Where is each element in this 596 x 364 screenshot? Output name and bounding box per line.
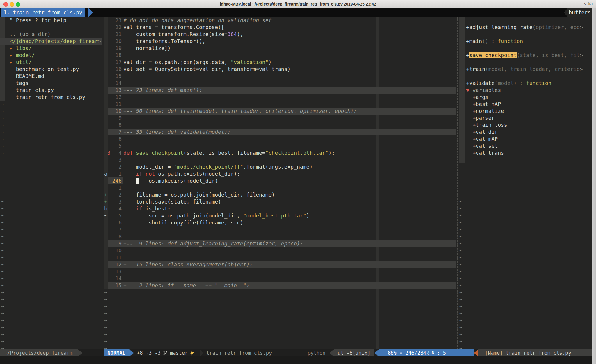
nerdtree-item[interactable]: README.md <box>10 73 44 80</box>
code-line[interactable]: if is_best: <box>123 205 171 212</box>
tagbar-item[interactable]: +normalize <box>466 108 504 115</box>
tagbar-item[interactable]: +main() : function <box>466 38 523 45</box>
tagbar-item[interactable]: +val_set <box>466 142 498 149</box>
code-line[interactable]: # do not do data augmentation on validat… <box>123 17 272 24</box>
git-branch-name: master <box>170 349 188 356</box>
code-token: if <box>136 206 142 212</box>
window-separator <box>102 17 102 349</box>
fold-text[interactable]: +-- 2 lines: if __name__ == "__main__": <box>123 282 249 289</box>
airline-statusline: ~/Projects/deep_firearm NORMAL +8 ~3 -3 … <box>0 349 596 356</box>
tilde-marker: ~ <box>1 129 4 135</box>
code-line[interactable]: transforms.ToTensor(), <box>123 38 205 45</box>
tilde-marker: ~ <box>459 220 462 226</box>
buffers-arrow-separator <box>564 8 568 17</box>
tilde-marker: ~ <box>1 268 4 274</box>
tilde-marker: ~ <box>104 296 107 302</box>
code-line[interactable]: val_trans = transforms.Compose([ <box>123 24 224 31</box>
nerdtree-item[interactable]: train_cls.py <box>10 87 54 94</box>
nerdtree-item[interactable]: train_retr_from_cls.py <box>10 94 85 101</box>
code-token: val_dir = os.path.join(args.data, <box>123 59 230 65</box>
tagbar-token: function <box>526 80 551 86</box>
tilde-marker: ~ <box>1 310 4 316</box>
statusline-mode: NORMAL <box>104 349 129 356</box>
code-line[interactable]: model_dir = "model/check_point/{}".forma… <box>123 163 313 170</box>
empty-line-tilde: ~ <box>1 163 4 170</box>
code-line[interactable]: val_set = QuerySet(root=val_dir, transfo… <box>123 66 290 73</box>
powerline-separator <box>200 349 204 356</box>
empty-line-tilde: ~ <box>104 310 107 317</box>
powerline-separator-orange <box>474 349 478 356</box>
code-line[interactable]: val_dir = os.path.join(args.data, "valid… <box>123 59 272 66</box>
fold-text[interactable]: +-- 9 lines: def adjust_learning_rate(op… <box>123 240 303 247</box>
fold-text[interactable]: +-- 73 lines: def main(): <box>123 87 202 94</box>
code-line[interactable]: torch.save(state, filename) <box>123 198 221 205</box>
tagbar-item[interactable]: +train_loss <box>466 122 507 129</box>
terminal-window: jdhao-MBP.local ~/Projects/deep_firearm/… <box>0 0 596 364</box>
truncation-marker: > <box>98 38 101 45</box>
nerdtree-item[interactable]: ▸ model/ <box>10 52 35 59</box>
tilde-marker: ~ <box>1 226 4 233</box>
lightning-icon <box>190 351 194 356</box>
tilde-marker: ~ <box>459 164 462 170</box>
fold-text[interactable]: +-- 15 lines: class AverageMeter(object)… <box>123 261 253 268</box>
code-line[interactable]: def save_checkpoint(state, is_best, file… <box>123 149 335 156</box>
tagbar-token: function <box>498 38 523 44</box>
code-token <box>133 150 136 156</box>
line-glyph: ℓ <box>427 349 429 356</box>
powerline-separator <box>129 349 134 356</box>
empty-line-tilde: ~ <box>459 261 462 268</box>
tagbar-item[interactable]: +validate(model) : function <box>466 80 551 87</box>
tagbar-item[interactable]: +args <box>466 94 488 101</box>
tilde-marker: ~ <box>1 164 4 170</box>
empty-line-tilde: ~ <box>459 198 462 205</box>
code-line[interactable]: normalize]) <box>123 45 171 52</box>
code-token: not <box>146 171 155 177</box>
tilde-marker: ~ <box>1 220 4 226</box>
fold-text[interactable]: +-- 35 lines: def validate(model): <box>123 129 230 135</box>
code-line[interactable]: src = os.path.join(model_dir, "model_bes… <box>123 212 309 219</box>
nerdtree-dir-label: util/ <box>16 59 32 65</box>
code-line[interactable]: filename = os.path.join(model_dir, filen… <box>123 191 275 198</box>
tagbar-item[interactable]: +best_mAP <box>466 101 501 108</box>
nerdtree-item[interactable]: ▸ libs/ <box>10 45 32 52</box>
tagbar-item[interactable]: +val_mAP <box>466 135 498 142</box>
tagbar-item[interactable]: +val_dir <box>466 129 498 135</box>
tilde-marker: ~ <box>104 303 107 309</box>
tagbar-item[interactable]: +val_trans <box>466 149 504 156</box>
tab-current-buffer[interactable]: 1. train_retr_from_cls.py <box>1 8 85 17</box>
code-line[interactable]: shutil.copyfile(filename, src) <box>123 219 243 226</box>
nerdtree-root-path[interactable]: </jdhao/Projects/deep_firear <box>10 38 98 45</box>
nerdtree-item[interactable]: ▸ util/ <box>10 59 32 66</box>
code-token: ) <box>269 59 272 65</box>
nerdtree-item[interactable]: tags <box>10 80 29 87</box>
empty-line-tilde: ~ <box>1 101 4 108</box>
tilde-marker: ~ <box>104 289 107 295</box>
fold-text[interactable]: +-- 50 lines: def train(model, train_loa… <box>123 108 357 115</box>
tilde-marker: ~ <box>1 108 4 114</box>
terminal-scrollbar[interactable] <box>592 8 596 364</box>
line-number: 246 <box>108 177 123 184</box>
tilde-marker: ~ <box>1 101 4 107</box>
tagbar-item[interactable]: ▼ variables <box>466 87 501 94</box>
tagbar-item[interactable]: +adjust_learning_rate(optimizer, epo> <box>466 24 583 31</box>
buffers-label[interactable]: buffers <box>568 8 592 17</box>
tilde-marker: ~ <box>459 289 462 295</box>
empty-line-tilde: ~ <box>1 324 4 331</box>
empty-line-tilde: ~ <box>459 289 462 296</box>
tagbar-item[interactable]: +parser <box>466 115 495 122</box>
tagbar-token: +adjust_learning_rate <box>466 24 533 30</box>
nerdtree-item[interactable]: benchmark_on_test.py <box>10 66 79 73</box>
code-token: ): <box>328 150 335 156</box>
tilde-marker: ~ <box>459 254 462 260</box>
empty-line-tilde: ~ <box>1 275 4 282</box>
tagbar-item[interactable]: +train(model, train_loader, criterio> <box>466 66 583 73</box>
tilde-marker: ~ <box>459 331 462 337</box>
empty-line-tilde: ~ <box>1 247 4 254</box>
color-column <box>376 17 379 349</box>
code-line[interactable]: if not os.path.exists(model_dir): <box>123 170 240 177</box>
tagbar-item[interactable]: +save_checkpoint(state, is_best, fil> <box>466 52 583 59</box>
nerdtree-item: .. (up a dir) <box>10 31 51 38</box>
colon: : <box>437 349 440 356</box>
code-token: "validation" <box>230 59 268 65</box>
code-line[interactable]: custom_transform.Resize(size=384), <box>123 31 243 38</box>
